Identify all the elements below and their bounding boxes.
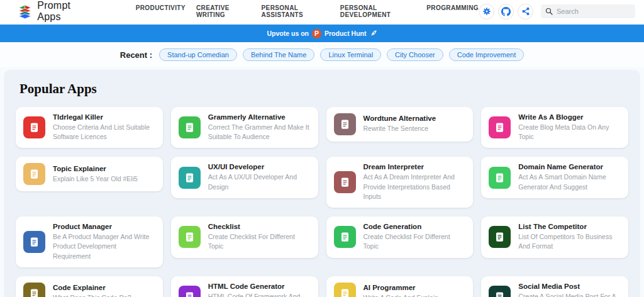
app-card[interactable]: Wordtune Alternative Rewrite The Sentenc… xyxy=(326,107,474,142)
recent-pill[interactable]: Linux Terminal xyxy=(320,48,381,61)
rocket-icon xyxy=(370,30,377,37)
app-card-text: Social Media Post Create A Social Media … xyxy=(518,283,621,297)
app-card-text: Checklist Create Checklist For Different… xyxy=(208,223,311,251)
app-card-text: Product Manager Be A Product Manager And… xyxy=(53,223,155,261)
app-card[interactable]: Write As A Blogger Create Blog Meta Data… xyxy=(481,107,628,148)
app-card-text: Code Explainer What Does This Code Do? xyxy=(53,284,131,297)
app-card[interactable]: Dream Interpreter Act As A Dream Interpr… xyxy=(326,157,474,208)
app-title: AI Programmer xyxy=(364,284,438,291)
product-hunt-label: Product Hunt xyxy=(325,30,367,37)
main-panel: Popular Apps Tldrlegal Killer Choose Cri… xyxy=(4,70,640,297)
app-card[interactable]: Product Manager Be A Product Manager And… xyxy=(16,216,163,267)
document-icon xyxy=(179,286,201,297)
app-description: Create Checklist For Different Topic xyxy=(364,232,466,251)
app-title: Social Media Post xyxy=(518,283,621,290)
document-icon xyxy=(334,171,356,193)
nav-link[interactable]: PROGRAMMING xyxy=(426,4,479,18)
settings-button[interactable] xyxy=(479,4,494,20)
app-title: HTML Code Generator xyxy=(208,283,311,290)
top-header: Prompt Apps PRODUCTIVITYCREATIVE WRITING… xyxy=(0,0,644,23)
recent-pill[interactable]: City Chooser xyxy=(387,48,443,61)
app-card-text: Tldrlegal Killer Choose Criteria And Lis… xyxy=(53,113,155,142)
app-description: Act As A UX/UI Developer And Design xyxy=(208,172,311,191)
document-icon xyxy=(23,231,45,253)
document-icon xyxy=(489,167,511,189)
recent-pill[interactable]: Code Improvement xyxy=(449,48,525,61)
product-hunt-icon: P xyxy=(312,29,321,38)
recent-pill[interactable]: Behind The Name xyxy=(243,48,314,61)
app-card[interactable]: Domain Name Generator Act As A Smart Dom… xyxy=(481,157,628,198)
app-description: Act As A Dream Interpreter And Provide I… xyxy=(364,172,466,201)
app-card[interactable]: Checklist Create Checklist For Different… xyxy=(171,216,318,257)
app-card[interactable]: Code Generation Create Checklist For Dif… xyxy=(326,216,474,257)
app-description: Rewrite The Sentence xyxy=(364,124,436,133)
document-icon xyxy=(179,167,201,189)
app-description: Create A Social Media Post For A Feature xyxy=(518,292,621,297)
search-input[interactable] xyxy=(557,8,626,15)
document-icon xyxy=(179,116,201,138)
app-title: Topic Explainer xyxy=(53,165,138,172)
share-icon xyxy=(521,7,530,16)
github-button[interactable] xyxy=(498,4,514,20)
app-title: Code Explainer xyxy=(53,284,131,291)
app-card-text: AI Programmer Write A Code And Explain xyxy=(364,284,438,297)
nav-link[interactable]: PERSONAL DEVELOPMENT xyxy=(340,4,416,18)
app-card[interactable]: Social Media Post Create A Social Media … xyxy=(481,276,628,297)
app-card-text: Domain Name Generator Act As A Smart Dom… xyxy=(518,163,621,191)
app-card[interactable]: Topic Explainer Explain Like 5 Year Old … xyxy=(16,157,163,191)
app-description: List Of Competitors To Business And Form… xyxy=(518,232,621,251)
document-icon xyxy=(489,286,511,297)
share-button[interactable] xyxy=(518,4,533,20)
app-title: Product Manager xyxy=(53,223,155,230)
document-icon xyxy=(334,226,356,248)
recent-pill[interactable]: Stand-up Comedian xyxy=(159,48,237,61)
app-card-text: UX/UI Developer Act As A UX/UI Developer… xyxy=(208,163,311,191)
main-nav: PRODUCTIVITYCREATIVE WRITINGPERSONAL ASS… xyxy=(136,4,479,18)
header-actions xyxy=(479,4,635,20)
app-description: Correct The Grammer And Make It Suitable… xyxy=(208,123,311,142)
app-card[interactable]: Tldrlegal Killer Choose Criteria And Lis… xyxy=(16,107,163,148)
recent-pills: Stand-up ComedianBehind The NameLinux Te… xyxy=(159,48,524,61)
app-card[interactable]: Grammerly Alternative Correct The Gramme… xyxy=(171,107,318,148)
nav-link[interactable]: PRODUCTIVITY xyxy=(136,4,186,18)
app-title: Tldrlegal Killer xyxy=(53,113,155,121)
app-title: Domain Name Generator xyxy=(518,163,621,171)
app-card[interactable]: Code Explainer What Does This Code Do? xyxy=(16,276,163,297)
recent-label: Recent : xyxy=(120,50,152,60)
app-description: What Does This Code Do? xyxy=(53,293,131,297)
document-icon xyxy=(334,283,356,297)
app-title: UX/UI Developer xyxy=(208,163,311,171)
app-card-text: Write As A Blogger Create Blog Meta Data… xyxy=(518,113,621,142)
document-icon xyxy=(23,163,45,185)
app-logo-brand[interactable]: Prompt Apps xyxy=(18,0,91,23)
app-card-text: Grammerly Alternative Correct The Gramme… xyxy=(208,113,311,142)
app-title: Checklist xyxy=(208,223,311,230)
document-icon xyxy=(23,116,45,138)
app-card-text: Code Generation Create Checklist For Dif… xyxy=(364,223,466,251)
app-description: Create Checklist For Different Topic xyxy=(208,232,311,251)
layers-logo-icon xyxy=(18,3,32,20)
app-card[interactable]: HTML Code Generator HTML Code Of Framewo… xyxy=(171,276,318,297)
app-title: Write As A Blogger xyxy=(518,113,621,121)
popular-apps-heading: Popular Apps xyxy=(19,81,628,97)
document-icon xyxy=(489,226,511,248)
app-description: HTML Code Of Framework And Theme? xyxy=(208,292,311,297)
app-card[interactable]: AI Programmer Write A Code And Explain xyxy=(326,276,474,297)
app-card[interactable]: UX/UI Developer Act As A UX/UI Developer… xyxy=(171,157,318,198)
app-title: Code Generation xyxy=(364,223,466,230)
app-description: Choose Criteria And List Suitable Softwa… xyxy=(53,123,155,142)
apps-grid: Tldrlegal Killer Choose Criteria And Lis… xyxy=(16,107,628,297)
app-description: Be A Product Manager And Write Product D… xyxy=(53,232,155,261)
app-title: Dream Interpreter xyxy=(364,163,466,171)
document-icon xyxy=(23,283,45,297)
app-card[interactable]: List The Competitor List Of Competitors … xyxy=(481,216,628,257)
gear-icon xyxy=(482,7,491,16)
nav-link[interactable]: PERSONAL ASSISTANTS xyxy=(262,4,330,18)
nav-link[interactable]: CREATIVE WRITING xyxy=(196,4,251,18)
app-title: List The Competitor xyxy=(518,223,621,230)
document-icon xyxy=(179,226,201,248)
app-description: Explain Like 5 Year Old #Eli5 xyxy=(53,174,138,184)
product-hunt-banner[interactable]: Upvote us on P Product Hunt xyxy=(0,25,644,42)
app-title: Prompt Apps xyxy=(37,0,90,23)
app-description: Create Blog Meta Data On Any Topic xyxy=(518,123,621,142)
